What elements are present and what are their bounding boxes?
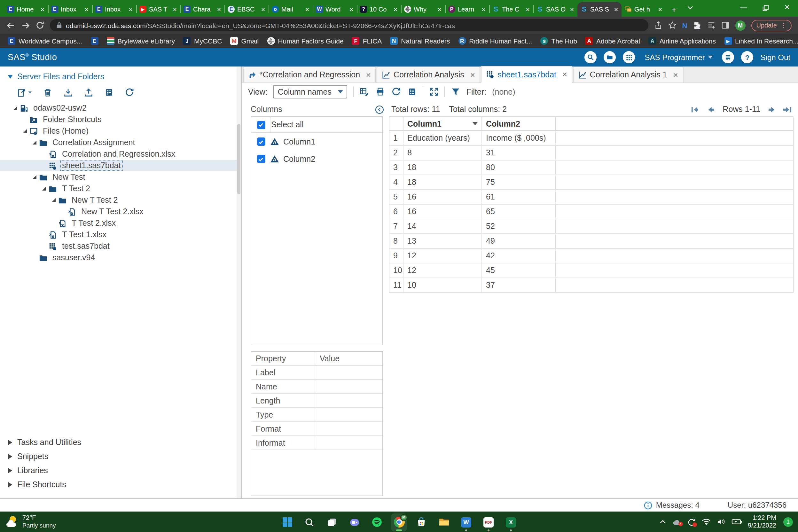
- tree-item[interactable]: T Test 2: [0, 183, 241, 194]
- checkbox-checked-icon[interactable]: [257, 137, 265, 146]
- tab-close-icon[interactable]: ✕: [673, 71, 679, 78]
- table-cell[interactable]: 13: [403, 234, 482, 249]
- document-tab[interactable]: Correlation Analysis 1✕: [573, 66, 684, 82]
- tree-item[interactable]: New T Test 2.xlsx: [0, 206, 241, 217]
- tab-close-icon[interactable]: ✕: [526, 6, 530, 13]
- table-cell[interactable]: 16: [403, 190, 482, 205]
- document-tab[interactable]: Correlation Analysis✕: [377, 66, 480, 82]
- browser-tab[interactable]: WWord✕: [313, 2, 357, 17]
- browser-tab[interactable]: EInbox✕: [92, 2, 136, 17]
- table-cell[interactable]: 42: [482, 249, 556, 263]
- restore-icon[interactable]: [755, 0, 776, 14]
- download-icon[interactable]: [63, 88, 73, 97]
- task-view-taskbar-icon[interactable]: [324, 513, 340, 531]
- tab-search-icon[interactable]: [679, 0, 701, 14]
- sidebar-section[interactable]: Snippets: [0, 450, 241, 463]
- table-cell[interactable]: 18: [403, 160, 482, 175]
- column-edit-icon[interactable]: [360, 87, 369, 97]
- last-page-icon[interactable]: [783, 105, 792, 114]
- browser-tab[interactable]: EHome✕: [4, 2, 48, 17]
- browser-tab[interactable]: Get h✕: [622, 2, 666, 17]
- bookmark[interactable]: Brytewave eLibrary: [107, 37, 175, 45]
- bookmark[interactable]: AAirline Applications: [649, 37, 716, 45]
- word-taskbar-icon[interactable]: W: [458, 513, 474, 531]
- upload-icon[interactable]: [84, 88, 93, 97]
- view-select[interactable]: Column names: [273, 85, 347, 98]
- tab-close-icon[interactable]: ✕: [40, 6, 45, 13]
- section-collapse-icon[interactable]: [8, 75, 13, 79]
- table-cell[interactable]: Income ($ ,000s): [482, 131, 556, 146]
- tab-close-icon[interactable]: ✕: [366, 71, 371, 78]
- browser-tab[interactable]: ▶SAS T✕: [136, 2, 180, 17]
- expander-icon[interactable]: [52, 198, 56, 202]
- table-cell[interactable]: 52: [482, 219, 556, 234]
- start-taskbar-icon[interactable]: [280, 513, 295, 531]
- table-cell[interactable]: 45: [482, 263, 556, 278]
- sign-out-button[interactable]: Sign Out: [761, 53, 790, 62]
- bookmark-star-icon[interactable]: [668, 21, 677, 30]
- tab-close-icon[interactable]: ✕: [570, 6, 574, 13]
- store-taskbar-icon[interactable]: [414, 513, 429, 531]
- excel-taskbar-icon[interactable]: X: [503, 513, 518, 531]
- properties-icon[interactable]: [407, 87, 417, 97]
- bookmark[interactable]: Human Factors Guide: [267, 37, 343, 45]
- table-cell[interactable]: 12: [403, 263, 482, 278]
- tree-item[interactable]: New Test: [0, 171, 241, 183]
- tab-close-icon[interactable]: ✕: [217, 6, 221, 13]
- sidebar-section[interactable]: Tasks and Utilities: [0, 435, 241, 450]
- browser-tab[interactable]: Why✕: [401, 2, 445, 17]
- tree-item[interactable]: odaws02-usw2: [0, 102, 241, 114]
- maximize-icon[interactable]: [430, 87, 439, 97]
- section-server-files[interactable]: Server Files and Folders: [0, 66, 241, 81]
- new-icon[interactable]: [17, 88, 32, 97]
- url-bar[interactable]: odamid-usw2.oda.sas.com/SASStudio/main?l…: [50, 19, 648, 31]
- expander-icon[interactable]: [23, 129, 27, 133]
- tab-close-icon[interactable]: ✕: [261, 6, 265, 13]
- tree-item[interactable]: New T Test 2: [0, 194, 241, 206]
- menu-dots-icon[interactable]: ⋮: [780, 22, 786, 29]
- bookmark[interactable]: NNatural Readers: [390, 37, 450, 45]
- table-cell[interactable]: 65: [482, 205, 556, 219]
- table-cell[interactable]: 12: [403, 249, 482, 263]
- column-item[interactable]: AColumn2: [251, 150, 382, 168]
- reading-list-icon[interactable]: [707, 21, 716, 30]
- bookmark[interactable]: E: [91, 37, 98, 45]
- sort-caret-icon[interactable]: [473, 122, 478, 125]
- table-cell[interactable]: 10: [403, 278, 482, 293]
- checkbox-checked-icon[interactable]: [257, 120, 265, 129]
- filter-icon[interactable]: [451, 87, 461, 97]
- acrobat-taskbar-icon[interactable]: PDF: [481, 513, 496, 531]
- sidebar-section[interactable]: File Shortcuts: [0, 478, 241, 492]
- print-icon[interactable]: [376, 87, 385, 97]
- taskbar-clock[interactable]: 1:22 PM9/21/2022: [748, 514, 776, 530]
- refresh-icon[interactable]: [392, 87, 401, 97]
- tab-close-icon[interactable]: ✕: [658, 6, 662, 13]
- bookmark[interactable]: FFLICA: [352, 37, 382, 45]
- tab-close-icon[interactable]: ✕: [129, 6, 133, 13]
- sync-icon[interactable]: [687, 518, 696, 526]
- tab-close-icon[interactable]: ✕: [562, 71, 568, 78]
- browser-tab[interactable]: EInbox✕: [48, 2, 92, 17]
- minimize-icon[interactable]: —: [733, 0, 755, 14]
- bookmark[interactable]: EWorldwide Campus...: [8, 37, 82, 45]
- bookmark[interactable]: RRiddle Human Fact...: [458, 37, 532, 45]
- select-all-row[interactable]: Select all: [251, 117, 382, 133]
- expander-icon[interactable]: [33, 175, 36, 179]
- submission-lines-icon[interactable]: [722, 51, 734, 63]
- volume-icon[interactable]: [717, 518, 725, 526]
- browser-tab[interactable]: SSAS O✕: [533, 2, 577, 17]
- browser-tab[interactable]: SSAS S✕: [577, 2, 622, 17]
- table-cell[interactable]: 18: [403, 175, 482, 190]
- column-header[interactable]: Column1: [403, 117, 482, 131]
- wifi-icon[interactable]: [701, 518, 711, 526]
- table-cell[interactable]: 80: [482, 160, 556, 175]
- table-cell[interactable]: 49: [482, 234, 556, 249]
- tab-close-icon[interactable]: ✕: [437, 6, 442, 13]
- tree-item[interactable]: Folder Shortcuts: [0, 114, 241, 125]
- expander-icon[interactable]: [42, 187, 46, 191]
- tree-item[interactable]: T Test 2.xlsx: [0, 217, 241, 229]
- browser-tab[interactable]: SThe C✕: [489, 2, 533, 17]
- expander-icon[interactable]: [14, 106, 17, 110]
- table-cell[interactable]: 31: [482, 146, 556, 160]
- weather-widget[interactable]: 72°FPartly sunny: [6, 514, 56, 529]
